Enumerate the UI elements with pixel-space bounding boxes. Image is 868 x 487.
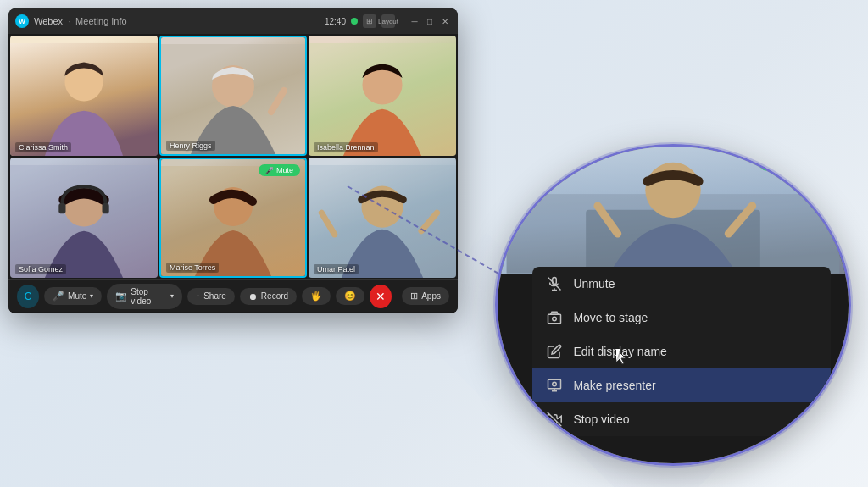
camera-icon: 📷 [115, 291, 127, 302]
stop-video-menu-label: Stop video [573, 412, 629, 426]
participant-silhouette-3 [309, 36, 456, 156]
record-label: Record [261, 291, 288, 301]
layout-icon[interactable]: Layout [381, 14, 395, 28]
participant-video-4: Sofia Gomez [10, 158, 158, 278]
title-separator: · [68, 16, 70, 26]
video-cell-marise[interactable]: Mute Marise Torres [159, 158, 307, 278]
stage-icon [546, 309, 563, 326]
end-call-button[interactable]: ✕ [370, 285, 392, 308]
name-label-3: Isabella Brennan [314, 142, 378, 152]
mute-label: Mute [68, 291, 86, 301]
pencil-icon [546, 343, 563, 360]
presenter-icon [546, 377, 563, 394]
mute-button[interactable]: 🎤 Mute ▾ [44, 287, 102, 305]
mic-icon: 🎤 [53, 291, 64, 302]
participant-video-1: Clarissa Smith [10, 36, 158, 156]
participant-video-5: Mute Marise Torres [161, 159, 305, 276]
menu-item-edit-name[interactable]: Edit display name [532, 335, 831, 368]
record-icon: ⏺ [248, 291, 258, 302]
svg-rect-28 [548, 314, 561, 324]
webex-logo-icon: W [15, 14, 29, 28]
make-presenter-label: Make presenter [573, 379, 655, 392]
video-cell-clarissa[interactable]: Clarissa Smith [10, 36, 158, 156]
share-icon: ↑ [196, 291, 201, 302]
svg-point-29 [553, 317, 557, 321]
end-icon: ✕ [376, 290, 386, 303]
participant-silhouette-6 [309, 158, 456, 278]
name-label-1: Clarissa Smith [15, 142, 71, 152]
control-bar: C 🎤 Mute ▾ 📷 Stop video ▾ ↑ Share ⏺ Reco… [8, 279, 458, 312]
participant-silhouette-4 [10, 158, 158, 278]
mic-icon-zoom: 🎤 [769, 157, 781, 168]
share-button[interactable]: ↑ Share [187, 288, 235, 305]
participant-video-2: Henry Riggs [161, 37, 305, 154]
title-bar: W Webex · Meeting Info 12:40 ⊞ Layout ─ … [8, 8, 458, 34]
mute-badge-5[interactable]: Mute [259, 164, 300, 176]
layout-label: Layout [378, 18, 398, 25]
minimize-button[interactable]: ─ [409, 15, 420, 27]
video-cell-sofia[interactable]: Sofia Gomez [10, 158, 158, 278]
zoom-more-button[interactable]: ... [820, 153, 842, 172]
name-label-5: Marise Torres [166, 263, 219, 273]
emoji-icon: 😊 [344, 291, 356, 302]
participant-video-6: Umar Patel [309, 158, 456, 278]
video-cell-henry[interactable]: Henry Riggs [159, 36, 307, 156]
participant-silhouette-5 [161, 159, 305, 276]
participant-silhouette-1 [10, 36, 158, 156]
more-icon-zoom: ... [826, 157, 835, 169]
zoom-mute-button[interactable]: 🎤 Mute [759, 153, 815, 171]
video-grid: Clarissa Smith Henry Riggs [8, 34, 458, 279]
window-controls: ─ □ ✕ [409, 15, 451, 27]
participant-silhouette-2 [161, 37, 305, 154]
avatar-icon: C [25, 291, 32, 302]
time-display: 12:40 [325, 17, 346, 26]
zoomed-participant-video: 🎤 Mute ... [498, 147, 849, 274]
name-label-2: Henry Riggs [166, 141, 215, 151]
svg-rect-30 [548, 379, 561, 389]
edit-name-label: Edit display name [573, 345, 667, 358]
emoji-button[interactable]: 😊 [336, 287, 364, 305]
participant-video-3: Isabella Brennan [309, 36, 456, 156]
zoom-circle-inner: 🎤 Mute ... [498, 147, 849, 463]
menu-item-unmute[interactable]: Unmute [532, 267, 831, 301]
zoom-circle: 🎤 Mute ... [495, 144, 851, 466]
name-label-6: Umar Patel [314, 264, 359, 274]
record-button[interactable]: ⏺ Record [240, 288, 297, 305]
reaction-button[interactable]: 🖐 [302, 287, 331, 305]
svg-rect-10 [102, 203, 108, 213]
avatar-btn[interactable]: C [17, 285, 39, 308]
apps-button[interactable]: ⊞ Apps [402, 287, 449, 305]
unmute-icon [546, 275, 563, 292]
apps-label: Apps [421, 291, 441, 301]
reaction-icon: 🖐 [310, 291, 322, 302]
grid-icon-ctrl: ⊞ [410, 291, 418, 302]
stop-video-button[interactable]: 📷 Stop video ▾ [107, 284, 181, 309]
video-cell-umar[interactable]: Umar Patel [309, 158, 456, 278]
app-title: Webex [34, 16, 63, 26]
meeting-info-label[interactable]: Meeting Info [75, 16, 127, 26]
mute-chevron: ▾ [90, 292, 93, 300]
stop-video-label: Stop video [131, 287, 166, 306]
video-cell-isabella[interactable]: Isabella Brennan [309, 36, 456, 156]
maximize-button[interactable]: □ [424, 15, 436, 27]
move-to-stage-label: Move to stage [573, 311, 648, 324]
title-bar-left: W Webex · Meeting Info [15, 14, 318, 28]
recording-indicator [351, 18, 358, 25]
name-label-4: Sofia Gomez [15, 264, 66, 274]
grid-icon[interactable]: ⊞ [363, 14, 376, 28]
menu-item-move-to-stage[interactable]: Move to stage [532, 301, 831, 335]
close-button[interactable]: ✕ [439, 15, 451, 27]
video-chevron: ▾ [170, 292, 174, 300]
mute-badge-label: Mute [276, 166, 293, 174]
unmute-label: Unmute [573, 277, 615, 291]
context-menu: Unmute Move to stage [532, 267, 831, 436]
title-bar-center: 12:40 ⊞ Layout [325, 14, 395, 28]
menu-item-stop-video[interactable]: Stop video [532, 402, 831, 436]
menu-item-make-presenter[interactable]: Make presenter [532, 368, 831, 402]
svg-point-31 [553, 382, 557, 386]
webex-window: W Webex · Meeting Info 12:40 ⊞ Layout ─ … [8, 8, 458, 313]
svg-rect-9 [58, 203, 65, 213]
zoom-mute-label: Mute [784, 158, 804, 168]
camera-off-icon [546, 411, 563, 428]
share-label: Share [203, 291, 226, 301]
